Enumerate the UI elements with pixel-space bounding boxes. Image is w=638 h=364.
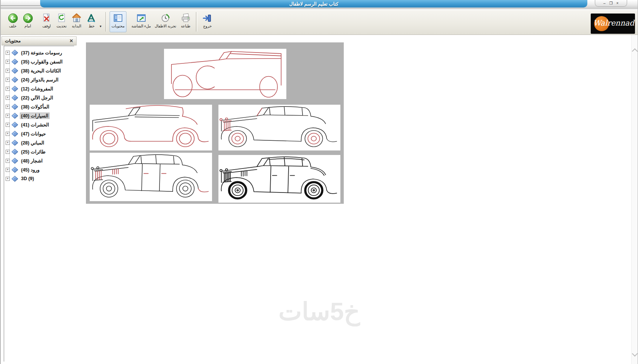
tree-item-label: حيوانات (47) — [20, 131, 47, 137]
window-title: كتاب تعليم الرسم لاطفال — [289, 1, 339, 7]
font-icon — [86, 12, 97, 24]
contents-panel-title: محتويات — [5, 38, 21, 44]
expand-plus-icon[interactable]: + — [6, 78, 10, 82]
category-diamond-icon — [11, 95, 19, 101]
expand-plus-icon[interactable]: + — [6, 150, 10, 154]
expand-plus-icon[interactable]: + — [6, 168, 10, 172]
tree-item[interactable]: + المأكولات (38) — [4, 102, 74, 111]
font-label: خط — [89, 24, 95, 28]
print-icon — [180, 12, 191, 24]
tree-item-label: المأكولات (38) — [20, 104, 50, 110]
clock-icon — [160, 12, 171, 24]
exit-icon — [202, 12, 213, 24]
expand-plus-icon[interactable]: + — [6, 177, 10, 181]
print-button[interactable]: طباعة — [178, 11, 193, 32]
stop-button[interactable]: اوقف — [39, 11, 54, 32]
expand-plus-icon[interactable]: + — [6, 114, 10, 118]
tree-item-label: اشجار (48) — [20, 158, 44, 164]
category-diamond-icon — [11, 77, 19, 83]
toolbar-separator — [196, 12, 197, 32]
fullscreen-label: ملء الشاشة — [131, 24, 151, 28]
tree-item[interactable]: + الحشرات (41) — [4, 120, 74, 129]
window-controls: – ❐ × — [595, 0, 627, 7]
tree-item[interactable]: + رسومات متنوعة (37) — [4, 48, 74, 57]
kids-timer-button[interactable]: تجربة الاطفال — [153, 11, 178, 32]
tree-item-label: الحشرات (41) — [20, 122, 50, 128]
caret-down-icon[interactable]: ▼ — [99, 25, 102, 28]
refresh-icon — [56, 12, 67, 24]
expand-plus-icon[interactable]: + — [6, 51, 10, 55]
tree-item[interactable]: + السفن والقوارب (35) — [4, 57, 74, 66]
tree-item-label: رسومات متنوعة (37) — [20, 50, 63, 56]
tree-item-label: السفن والقوارب (35) — [20, 59, 63, 65]
forward-button[interactable]: امام — [20, 11, 35, 32]
tree-item-label: طائرات (25) — [20, 149, 46, 155]
titlebar-pill: كتاب تعليم الرسم لاطفال — [40, 0, 587, 8]
car-drawing-step-2 — [90, 105, 212, 150]
khamsat-watermark: خ5سات — [1, 297, 638, 326]
expand-plus-icon[interactable]: + — [6, 159, 10, 163]
stop-label: اوقف — [42, 24, 51, 28]
expand-plus-icon[interactable]: + — [6, 60, 10, 64]
category-diamond-icon — [11, 149, 19, 155]
logo-wordmark: Walrennad — [593, 18, 635, 27]
tree-item[interactable]: + الكائنات البحرية (38) — [4, 66, 74, 75]
tree-item[interactable]: + حيوانات (47) — [4, 129, 74, 138]
expand-plus-icon[interactable]: + — [6, 105, 10, 109]
expand-plus-icon[interactable]: + — [6, 87, 10, 91]
tree-item[interactable]: + السيارات (40) — [4, 111, 74, 120]
tree-item[interactable]: + 3D (9) — [4, 174, 74, 183]
tree-item[interactable]: + طائرات (25) — [4, 147, 74, 156]
expand-plus-icon[interactable]: + — [6, 132, 10, 136]
print-label: طباعة — [181, 24, 190, 28]
expand-plus-icon[interactable]: + — [6, 123, 10, 127]
category-diamond-icon — [11, 176, 19, 182]
tree-item-label: ورود (45) — [20, 167, 40, 173]
tree-item-label: الكائنات البحرية (38) — [20, 68, 62, 74]
tree-item[interactable]: + المفروشات (12) — [4, 84, 74, 93]
category-diamond-icon — [11, 167, 19, 173]
category-diamond-icon — [11, 158, 19, 164]
car-drawing-step-3 — [218, 105, 340, 150]
tree-item[interactable]: + ورود (45) — [4, 165, 74, 174]
home-button[interactable]: البداية — [69, 11, 84, 32]
expand-plus-icon[interactable]: + — [6, 141, 10, 145]
category-diamond-icon — [11, 122, 19, 128]
fullscreen-icon — [135, 12, 147, 24]
contents-icon — [113, 12, 124, 24]
vertical-scrollbar[interactable] — [631, 35, 638, 364]
drawing-steps-panel — [86, 42, 344, 204]
category-diamond-icon — [11, 104, 19, 110]
expand-plus-icon[interactable]: + — [6, 96, 10, 100]
close-panel-icon[interactable]: ✕ — [69, 39, 73, 43]
font-button[interactable]: خط — [84, 11, 99, 32]
car-drawing-step-4 — [90, 153, 212, 201]
back-button[interactable]: خلف — [5, 11, 20, 32]
scroll-up-icon[interactable] — [632, 48, 638, 54]
scroll-down-icon[interactable] — [632, 351, 638, 357]
contents-button[interactable]: محتويات — [110, 11, 126, 32]
tree-item[interactable]: + اشجار (48) — [4, 156, 74, 165]
restore-button[interactable]: ❐ — [609, 2, 612, 5]
forward-icon — [22, 12, 33, 24]
refresh-button[interactable]: تحديث — [54, 11, 69, 32]
home-label: البداية — [72, 24, 81, 28]
back-label: خلف — [9, 24, 17, 28]
car-drawing-step-5 — [218, 155, 340, 203]
expand-plus-icon[interactable]: + — [6, 69, 10, 73]
fullscreen-button[interactable]: ملء الشاشة — [129, 11, 153, 32]
tree-item[interactable]: + المباني (28) — [4, 138, 74, 147]
tree-item[interactable]: + الرجل الآلي (22) — [4, 93, 74, 102]
tree-item-label: السيارات (40) — [20, 113, 49, 119]
category-diamond-icon — [11, 59, 19, 65]
kids-timer-label: تجربة الاطفال — [155, 24, 176, 28]
back-icon — [7, 12, 18, 24]
close-button[interactable]: × — [616, 2, 618, 5]
car-drawing-step-1 — [164, 49, 286, 99]
tree-item[interactable]: + الرسم بالدوائر (24) — [4, 75, 74, 84]
publisher-logo: Walrennad — [591, 14, 635, 34]
exit-button[interactable]: خروج — [200, 11, 215, 32]
exit-label: خروج — [203, 24, 212, 28]
titlebar: كتاب تعليم الرسم لاطفال – ❐ × — [1, 0, 638, 10]
minimize-button[interactable]: – — [603, 2, 606, 5]
